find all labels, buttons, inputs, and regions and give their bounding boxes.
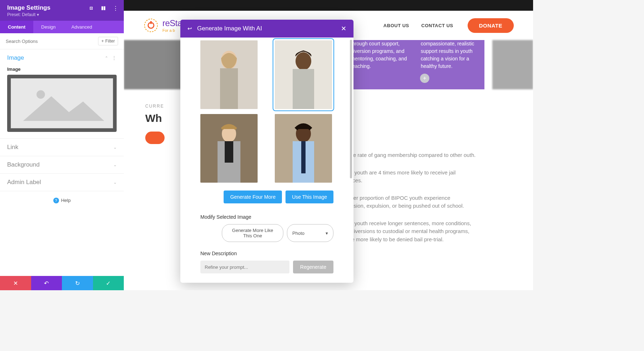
svg-point-5 [36,90,45,99]
image-field-label: Image [7,66,117,72]
more-like-this-button[interactable]: Generate More Like This One [222,224,283,242]
grid-icon[interactable] [100,5,107,11]
regenerate-button[interactable]: Regenerate [293,261,333,273]
svg-rect-9 [150,21,152,24]
add-section-button[interactable]: + [420,74,429,83]
section-admin-label-header[interactable]: Admin Label ⌄ [0,174,124,191]
ai-image-modal: ↩ Generate Image With AI ✕ Generate Four… [180,20,353,283]
facts-list: wice the rate of gang membership compare… [336,151,512,243]
help-link[interactable]: ?Help [0,191,124,210]
undo-button[interactable]: ↶ [31,276,62,290]
fact-item: BIPOC youth are 4 times more likely to r… [336,169,476,185]
main-nav: ABOUT US CONTACT US [384,23,453,28]
expand-icon[interactable] [88,5,94,11]
top-bar [124,0,533,11]
section-admin-label: Admin Label ⌄ [0,174,124,191]
hero-image-right [492,40,533,89]
svg-rect-19 [225,141,233,163]
new-desc-label: New Description [200,251,333,256]
image-preview[interactable] [7,75,117,132]
more-icon[interactable]: ⋮ [112,5,119,11]
ai-result-thumb-3[interactable] [200,114,258,183]
svg-rect-3 [104,6,106,10]
fact-item: A greater proportion of BIPOC youth expe… [336,194,476,210]
modify-label: Modify Selected Image [200,214,333,220]
chevron-down-icon: ⌄ [113,180,117,185]
confirm-button[interactable]: ✓ [93,276,124,290]
hero-card-1: through court support, diversion program… [344,40,414,89]
section-background: Background ⌄ [0,156,124,174]
ai-result-thumb-4[interactable] [275,114,332,183]
tab-content[interactable]: Content [0,21,33,33]
section-image-header[interactable]: Image ⌃ ⋮ [0,49,124,66]
nav-about[interactable]: ABOUT US [384,23,409,28]
chevron-down-icon: ⌄ [113,163,117,167]
donate-button[interactable]: DONATE [468,18,514,33]
modal-primary-actions: Generate Four More Use This Image [200,191,333,203]
section-image-title: Image [7,54,24,61]
generate-four-more-button[interactable]: Generate Four More [224,191,282,203]
ai-result-thumb-1[interactable] [200,40,258,109]
refine-prompt-input[interactable] [200,261,289,273]
sidebar-tabs: Content Design Advanced [0,21,124,33]
search-input[interactable] [6,39,98,44]
section-image: Image ⌃ ⋮ Image [0,49,124,139]
help-icon: ? [53,198,59,203]
modal-title: Generate Image With AI [197,25,262,32]
chevron-down-icon: ▾ [326,231,328,236]
svg-rect-12 [220,68,238,109]
refine-row: Regenerate [200,261,333,273]
nav-contact[interactable]: CONTACT US [421,23,453,28]
search-row: +Filter [0,33,124,49]
content-cta[interactable] [145,132,165,144]
svg-rect-2 [102,6,103,10]
sidebar-header: Image Settings Preset: Default ▾ ⋮ [0,0,124,21]
fact-item: BIPOC youth receive longer sentences, mo… [336,219,476,244]
section-background-header[interactable]: Background ⌄ [0,156,124,173]
cancel-button[interactable]: ✕ [0,276,31,290]
modal-header: ↩ Generate Image With AI ✕ [180,20,353,38]
thumbnail-grid [200,40,333,183]
svg-rect-15 [293,69,314,109]
back-icon[interactable]: ↩ [187,25,192,32]
filter-button[interactable]: +Filter [98,37,118,45]
chevron-up-icon: ⌃ [105,56,108,60]
fact-item: wice the rate of gang membership compare… [336,151,476,159]
svg-point-14 [296,52,311,70]
style-select[interactable]: Photo ▾ [287,224,333,242]
footer-actions: ✕ ↶ ↻ ✓ [0,276,124,290]
modify-row: Generate More Like This One Photo ▾ [222,224,333,242]
settings-sidebar: Image Settings Preset: Default ▾ ⋮ Conte… [0,0,124,290]
placeholder-icon [11,79,113,128]
preset-dropdown[interactable]: Preset: Default ▾ [7,12,117,17]
tab-design[interactable]: Design [33,21,63,33]
logo-icon [143,18,159,33]
redo-button[interactable]: ↻ [62,276,93,290]
section-link-header[interactable]: Link ⌄ [0,139,124,156]
scrollbar[interactable] [349,40,352,178]
use-this-image-button[interactable]: Use This Image [286,191,333,203]
section-more-icon[interactable]: ⋮ [112,55,117,61]
ai-result-thumb-2[interactable] [275,40,332,109]
svg-point-7 [145,19,157,32]
svg-rect-23 [301,141,306,173]
close-icon[interactable]: ✕ [341,25,346,33]
section-link: Link ⌄ [0,139,124,156]
tab-advanced[interactable]: Advanced [64,21,100,33]
chevron-down-icon: ⌄ [113,145,117,150]
svg-point-1 [91,8,91,8]
